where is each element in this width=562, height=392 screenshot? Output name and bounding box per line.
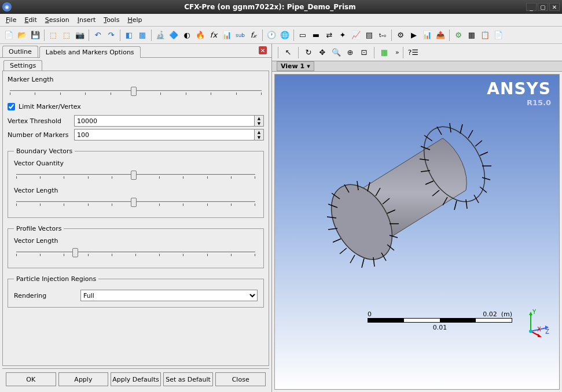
rotate-icon[interactable]: ↻ (302, 46, 315, 59)
function-icon[interactable]: fx (207, 29, 220, 42)
mesh-icon[interactable]: ⬚ (47, 29, 60, 42)
number-of-markers-label: Number of Markers (8, 131, 74, 139)
sub-icon[interactable]: sub (234, 29, 247, 42)
vertex-threshold-down[interactable]: ▼ (255, 121, 263, 126)
menu-edit[interactable]: Edit (21, 15, 40, 25)
highlight-icon[interactable]: ▦ (378, 46, 391, 59)
menu-file[interactable]: File (2, 15, 20, 25)
subtab-settings[interactable]: Settings (3, 60, 42, 71)
close-button[interactable]: Close (215, 372, 266, 386)
globe-icon[interactable]: 🌐 (278, 29, 291, 42)
run-icon[interactable]: ▶ (407, 29, 420, 42)
rendering-select[interactable]: Full (80, 290, 258, 301)
open-icon[interactable]: 📂 (16, 29, 28, 42)
svg-line-38 (450, 123, 451, 132)
boundary-vectors-group: Boundary Vectors Vector Quantity Vector … (8, 147, 264, 218)
markers-down[interactable]: ▼ (255, 135, 263, 140)
solver-icon[interactable]: ⚙ (394, 29, 407, 42)
paste-icon[interactable]: 📄 (492, 29, 505, 42)
titlebar: ◉ CFX-Pre (on ggnm7022x): Pipe_Demo_Pris… (0, 0, 562, 14)
new-icon[interactable]: 📄 (2, 29, 15, 42)
svg-line-28 (454, 201, 457, 210)
vertex-threshold-up[interactable]: ▲ (255, 116, 263, 121)
profile-vector-length-slider[interactable] (14, 247, 258, 258)
zoom-fit-icon[interactable]: ⊕ (344, 46, 357, 59)
view1-tab[interactable]: View 1 ▾ (277, 61, 314, 71)
source-icon[interactable]: ✦ (336, 29, 349, 42)
svg-line-29 (466, 199, 467, 209)
axis-triad: Y Z X (522, 308, 551, 337)
cube-icon[interactable]: ◧ (123, 29, 135, 42)
undo-icon[interactable]: ↶ (91, 29, 104, 42)
camera-icon[interactable]: 📷 (74, 29, 86, 42)
save-icon[interactable]: 💾 (29, 29, 42, 42)
svg-line-8 (350, 255, 355, 263)
menu-insert[interactable]: Insert (74, 15, 100, 25)
zoom-in-icon[interactable]: 🔍 (330, 46, 343, 59)
maximize-button[interactable]: ▢ (538, 3, 548, 11)
boundary-icon[interactable]: ◐ (181, 29, 193, 42)
results-icon[interactable]: 📊 (421, 29, 434, 42)
set-as-default-button[interactable]: Set as Default (163, 372, 214, 386)
vector-quantity-slider[interactable] (14, 169, 258, 181)
chart-icon[interactable]: 📊 (221, 29, 233, 42)
scale-bar: 0 0.02 (m) 0.01 (368, 310, 512, 331)
select-icon[interactable]: ↖ (282, 46, 295, 59)
region-icon[interactable]: ▭ (296, 29, 309, 42)
view-icon[interactable]: ▦ (465, 29, 478, 42)
redo-icon[interactable]: ↷ (105, 29, 117, 42)
svg-line-39 (437, 127, 442, 135)
toolbar-expand[interactable]: » (395, 49, 399, 56)
region2-icon[interactable]: ▬ (310, 29, 322, 42)
tab-outline[interactable]: Outline (2, 46, 38, 57)
dialog-buttons: OK Apply Apply Defaults Set as Default C… (2, 368, 269, 390)
export-icon[interactable]: 📤 (434, 29, 447, 42)
tab-labels-markers[interactable]: Labels and Markers Options (39, 46, 141, 58)
time-t0-icon[interactable]: t₌₀ (376, 29, 389, 42)
settings-icon[interactable]: ⚙ (452, 29, 465, 42)
menu-tools[interactable]: Tools (100, 15, 123, 25)
ok-button[interactable]: OK (6, 372, 56, 386)
markers-up[interactable]: ▲ (255, 130, 263, 135)
marker-length-slider[interactable] (8, 86, 264, 97)
menu-session[interactable]: Session (42, 15, 73, 25)
copy-icon[interactable]: 📋 (479, 29, 491, 42)
view-toolbar: ↖ ↻ ✥ 🔍 ⊕ ⊡ ▦ » ?☰ (272, 44, 562, 61)
interface-icon[interactable]: ⇄ (323, 29, 336, 42)
mesh2-icon[interactable]: ⬚ (60, 29, 73, 42)
apply-button[interactable]: Apply (58, 372, 109, 386)
svg-point-49 (529, 330, 532, 333)
help-icon[interactable]: ?☰ (407, 46, 420, 59)
fx-icon[interactable]: f𝓍 (247, 29, 260, 42)
analysis-icon[interactable]: 🔬 (154, 29, 167, 42)
profile-vectors-group: Profile Vectors Vector Length (8, 225, 264, 268)
vertex-threshold-input[interactable] (75, 116, 254, 126)
vector-length-slider[interactable] (14, 197, 258, 208)
close-tab-icon[interactable]: ✕ (259, 46, 267, 54)
cube2-icon[interactable]: ▦ (136, 29, 149, 42)
plot-icon[interactable]: 📈 (350, 29, 362, 42)
marker-length-label: Marker Length (8, 76, 264, 83)
ansys-brand: ANSYS R15.0 (487, 79, 551, 107)
svg-line-7 (340, 248, 347, 254)
properties-panel: Outline Labels and Markers Options ✕ Set… (0, 44, 272, 392)
flame-icon[interactable]: 🔥 (194, 29, 207, 42)
chevron-down-icon: ▾ (307, 62, 310, 70)
zoom-box-icon[interactable]: ⊡ (358, 46, 370, 59)
number-of-markers-input[interactable] (75, 130, 254, 140)
svg-marker-47 (538, 334, 542, 337)
app-icon: ◉ (2, 2, 12, 12)
svg-text:Z: Z (545, 328, 549, 335)
menu-help[interactable]: Help (124, 15, 145, 25)
clock-icon[interactable]: 🕐 (265, 29, 278, 42)
limit-marker-vertex-checkbox[interactable] (8, 103, 15, 110)
svg-line-32 (482, 177, 490, 180)
viewport-3d[interactable]: ANSYS R15.0 (274, 74, 560, 390)
rendering-label: Rendering (14, 292, 80, 299)
close-window-button[interactable]: ✕ (549, 3, 560, 11)
apply-defaults-button[interactable]: Apply Defaults (111, 372, 161, 386)
domain-icon[interactable]: 🔷 (167, 29, 180, 42)
monitor-icon[interactable]: ▤ (363, 29, 376, 42)
pan-icon[interactable]: ✥ (316, 46, 329, 59)
minimize-button[interactable]: _ (526, 3, 537, 11)
